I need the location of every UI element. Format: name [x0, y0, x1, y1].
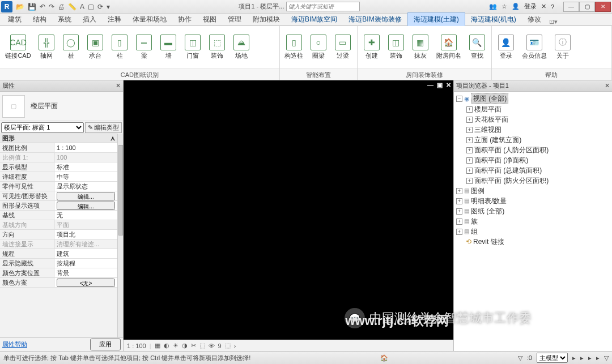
tree-item[interactable]: 面积平面 (防火分区面积) — [474, 175, 549, 186]
property-value[interactable]: 清理所有墙连... — [54, 239, 117, 249]
open-icon[interactable]: 📂 — [16, 3, 24, 11]
prop-expand-icon[interactable]: ⋏ — [110, 135, 115, 142]
ribbon-wall[interactable]: ▬墙 — [156, 28, 180, 67]
help-icon[interactable]: ? — [551, 3, 554, 10]
properties-scrollbar[interactable] — [117, 134, 123, 337]
browser-close-icon[interactable]: ✕ — [605, 82, 610, 89]
constraint-icon[interactable]: ⬚ — [225, 342, 231, 349]
expand-icon[interactable]: + — [456, 208, 462, 215]
expand-icon[interactable]: + — [456, 219, 462, 225]
tab-modify[interactable]: 修改 — [522, 13, 547, 25]
more-icon[interactable]: › — [234, 342, 236, 349]
ribbon-structcol[interactable]: ▯构造柱 — [282, 28, 306, 67]
box-icon[interactable]: ▢ — [88, 3, 94, 11]
ribbon-ringbeam[interactable]: ○圈梁 — [307, 28, 330, 67]
property-value[interactable]: 项目北 — [54, 230, 117, 239]
property-row[interactable]: 颜色方案位置背景 — [0, 268, 117, 278]
property-row[interactable]: 基线方向平面 — [0, 220, 117, 230]
expand-icon[interactable]: + — [466, 157, 473, 164]
tab-hm-decor[interactable]: 海迈BIM装饰装修 — [343, 13, 407, 25]
property-value[interactable]: 建筑 — [54, 249, 117, 258]
tree-item[interactable]: 面积平面 (人防分区面积) — [474, 145, 549, 155]
detail-icon[interactable]: ▦ — [155, 342, 160, 349]
property-edit-button[interactable]: <无> — [57, 279, 115, 287]
ribbon-member[interactable]: 🪪会员信息 — [518, 28, 550, 67]
sel-icon5[interactable]: ▽ — [604, 354, 609, 362]
property-row[interactable]: 可见性/图形替换编辑... — [0, 191, 117, 201]
status-icon[interactable]: 🏠 — [380, 354, 388, 362]
close-button[interactable]: ✕ — [595, 2, 611, 12]
ribbon-decor[interactable]: ⬚装饰 — [205, 28, 229, 67]
property-row[interactable]: 颜色方案<无> — [0, 278, 117, 288]
view-minimize-icon[interactable]: — — [426, 82, 435, 89]
tempview-icon[interactable]: 👁 — [209, 342, 215, 349]
property-value[interactable]: 100 — [54, 153, 117, 162]
expand-icon[interactable]: + — [466, 127, 473, 133]
tab-view[interactable]: 视图 — [197, 13, 222, 25]
tab-hm-mep[interactable]: 海迈建模(机电) — [465, 13, 522, 25]
view-maximize-icon[interactable]: ▣ — [436, 82, 444, 89]
undo-icon[interactable]: ↶ — [40, 3, 45, 11]
text-icon[interactable]: A — [80, 3, 84, 11]
sync-icon[interactable]: ⟳ — [97, 3, 103, 11]
tab-struct[interactable]: 结构 — [27, 13, 52, 25]
edit-type-button[interactable]: ✎编辑类型 — [85, 122, 122, 133]
sel-icon4[interactable]: ▸ — [596, 354, 600, 362]
tree-item[interactable]: 图纸 (全部) — [471, 206, 504, 216]
property-edit-button[interactable]: 编辑... — [57, 202, 115, 210]
ribbon-beam[interactable]: ═梁 — [132, 28, 156, 67]
ribbon-site[interactable]: ⛰场地 — [230, 28, 253, 67]
property-row[interactable]: 视图比例1 : 100 — [0, 143, 117, 153]
tree-item[interactable]: 面积平面 (净面积) — [474, 155, 528, 165]
minimize-button[interactable]: — — [563, 2, 579, 12]
search-input[interactable] — [286, 2, 360, 11]
app-icon[interactable]: R — [1, 1, 12, 12]
tab-annot[interactable]: 注释 — [102, 13, 127, 25]
expand-icon[interactable]: + — [456, 229, 462, 235]
ribbon-decorate[interactable]: ◫装饰 — [384, 28, 408, 67]
hidecrop-icon[interactable]: ⬚ — [199, 342, 205, 349]
property-value[interactable]: 显示原状态 — [54, 182, 117, 191]
bim-icon[interactable]: 👥 — [489, 3, 497, 10]
ribbon-cap[interactable]: ▣承台 — [83, 28, 107, 67]
type-name[interactable]: 楼层平面 — [31, 101, 58, 111]
property-row[interactable]: 方向项目北 — [0, 230, 117, 239]
property-edit-button[interactable]: 编辑... — [57, 192, 115, 200]
ribbon-lintel[interactable]: ▭过梁 — [331, 28, 355, 67]
expand-icon[interactable]: + — [466, 147, 473, 153]
sel-icon3[interactable]: ▸ — [588, 354, 592, 362]
ribbon-create[interactable]: ✚创建 — [360, 28, 384, 67]
property-row[interactable]: 基线无 — [0, 211, 117, 220]
crop-icon[interactable]: ✂ — [191, 342, 196, 349]
property-row[interactable]: 显示模型标准 — [0, 162, 117, 172]
view-close-icon[interactable]: ✕ — [445, 82, 452, 89]
workset-select[interactable]: 主模型 — [537, 353, 568, 363]
print-icon[interactable]: 🖨 — [58, 3, 65, 11]
instance-selector[interactable]: 楼层平面: 标高 1 — [1, 122, 84, 133]
property-row[interactable]: 墙连接显示清理所有墙连... — [0, 239, 117, 249]
expand-icon[interactable]: + — [456, 198, 462, 204]
properties-close-icon[interactable]: ✕ — [116, 82, 121, 89]
tree-item[interactable]: 楼层平面 — [474, 104, 502, 114]
tree-item[interactable]: 三维视图 — [474, 125, 502, 135]
tree-item[interactable]: 图例 — [471, 186, 484, 196]
expand-icon[interactable]: + — [466, 178, 473, 184]
tab-collapse-icon[interactable]: ⊡▾ — [549, 18, 558, 25]
tab-addon[interactable]: 附加模块 — [247, 13, 286, 25]
sel-icon2[interactable]: ▸ — [580, 354, 584, 362]
scale-display[interactable]: 1 : 100 — [127, 342, 146, 349]
star-icon[interactable]: ☆ — [502, 3, 507, 10]
login-text[interactable]: 登录 — [524, 2, 537, 11]
property-row[interactable]: 图形显示选项编辑... — [0, 201, 117, 211]
tree-item[interactable]: 立面 (建筑立面) — [474, 135, 521, 145]
tree-item[interactable]: 族 — [471, 216, 478, 226]
tab-manage[interactable]: 管理 — [222, 13, 247, 25]
tree-item[interactable]: 天花板平面 — [474, 114, 508, 125]
expand-icon[interactable]: + — [456, 188, 462, 194]
drawing-canvas[interactable]: — ▣ ✕ 💬 中国测绘学会智慧城市工作委 www.rjtj.cn软荐网 1 :… — [124, 80, 453, 351]
property-value[interactable]: 中等 — [54, 172, 117, 181]
property-value[interactable]: 背景 — [54, 268, 117, 277]
property-row[interactable]: 规程建筑 — [0, 249, 117, 259]
sun-icon[interactable]: ☀ — [173, 342, 178, 349]
reveal-icon[interactable]: 9 — [218, 342, 222, 349]
